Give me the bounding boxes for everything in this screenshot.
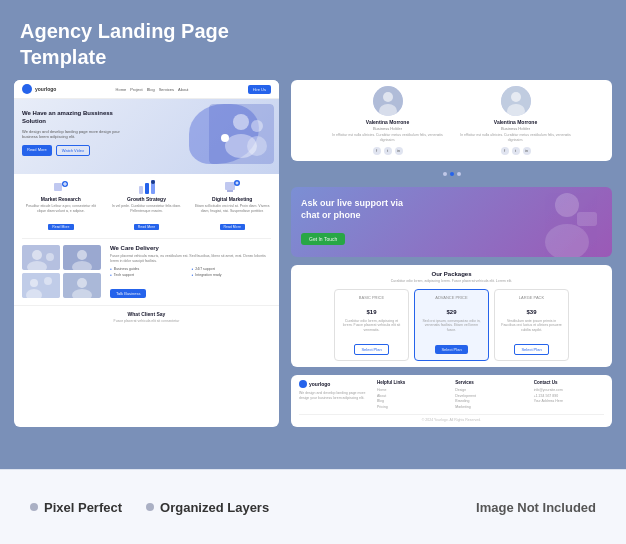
footer-col-2-item-4: Marketing bbox=[455, 405, 525, 409]
feature-2-title: Growth Strategy bbox=[108, 196, 186, 202]
main-content: yourlogo Home Project Blog Services Abou… bbox=[0, 80, 626, 437]
nav-link-project: Project bbox=[130, 87, 142, 92]
hero-image bbox=[209, 104, 274, 164]
bottom-bar: Pixel Perfect Organized Layers Image Not… bbox=[0, 469, 626, 544]
mini-logo: yourlogo bbox=[22, 84, 56, 94]
mini-hero: We Have an amazing Bussiness Solution We… bbox=[14, 99, 279, 174]
care-content: We Care Delivery Fusce placerat vehicula… bbox=[110, 245, 271, 300]
svg-point-21 bbox=[77, 250, 87, 260]
support-btn[interactable]: Get In Touch bbox=[301, 233, 345, 245]
mini-features: Market Research Posulitur eticule Lefour… bbox=[14, 174, 279, 238]
support-person-image bbox=[527, 187, 607, 257]
footer-col-2-title: Services bbox=[455, 380, 525, 385]
feature-1-link[interactable]: Read More bbox=[48, 224, 73, 230]
footer-brand-desc: We design and develop landing page more … bbox=[299, 391, 369, 402]
team-social-2: f t in bbox=[456, 147, 576, 155]
logo-text: yourlogo bbox=[35, 86, 56, 92]
team-avatar-2 bbox=[501, 86, 531, 116]
feature-3-link[interactable]: Read More bbox=[220, 224, 245, 230]
team-role-2: Business Holder bbox=[456, 126, 576, 131]
social-fb-2[interactable]: f bbox=[501, 147, 509, 155]
care-images bbox=[22, 245, 102, 300]
footer-col-3-item-3: Your Address Here bbox=[534, 399, 604, 403]
care-img-2 bbox=[63, 245, 101, 270]
team-card-1: Valentina Morrone Business Holder In eff… bbox=[328, 86, 448, 155]
svg-rect-10 bbox=[145, 183, 149, 194]
footer-col-3: Contact Us info@yoursite.com +1 234 567 … bbox=[534, 380, 604, 410]
pricing-cards: BASIC PRICE $19 Curabitur odio lorem, ad… bbox=[299, 289, 604, 362]
svg-point-37 bbox=[545, 224, 589, 257]
svg-rect-38 bbox=[577, 212, 597, 226]
care-list-4: Integration ready bbox=[192, 273, 272, 277]
team-role-1: Business Holder bbox=[328, 126, 448, 131]
not-included-note: Image Not Included bbox=[476, 500, 596, 515]
nav-cta-btn[interactable]: Hire Us bbox=[248, 85, 271, 94]
hero-primary-btn[interactable]: Read More bbox=[22, 145, 52, 156]
hero-secondary-btn[interactable]: Watch Video bbox=[56, 145, 90, 156]
svg-point-28 bbox=[77, 278, 87, 288]
organized-layers-dot bbox=[146, 503, 154, 511]
social-fb-1[interactable]: f bbox=[373, 147, 381, 155]
nav-link-services: Services bbox=[159, 87, 174, 92]
feature-3-icon bbox=[224, 180, 240, 194]
care-img-3 bbox=[22, 273, 60, 298]
care-text: Fusce placerat vehicula mauris, eu vesti… bbox=[110, 254, 271, 265]
social-in-2[interactable]: in bbox=[523, 147, 531, 155]
mini-nav-links: Home Project Blog Services About bbox=[116, 87, 189, 92]
page-title: Agency Landing Page Template bbox=[20, 18, 260, 70]
social-tw-2[interactable]: t bbox=[512, 147, 520, 155]
feature-2-icon bbox=[139, 180, 155, 194]
svg-rect-9 bbox=[139, 186, 143, 194]
footer-logo: yourlogo bbox=[299, 380, 369, 388]
nav-link-about: About bbox=[178, 87, 188, 92]
svg-point-19 bbox=[46, 253, 54, 261]
care-btn[interactable]: Talk Business bbox=[110, 289, 146, 298]
plan-btn-3[interactable]: Select Plan bbox=[514, 344, 548, 355]
dots-indicator bbox=[291, 169, 612, 179]
care-title: We Care Delivery bbox=[110, 245, 271, 251]
svg-point-36 bbox=[555, 193, 579, 217]
svg-point-31 bbox=[383, 92, 393, 102]
care-list: Business guides 24/7 support Tech suppor… bbox=[110, 267, 271, 277]
plan-btn-1[interactable]: Select Plan bbox=[354, 344, 388, 355]
pricing-subtitle: Curabitur odio lorem, adipiscing lorem. … bbox=[299, 279, 604, 283]
footer-col-1-title: Helpful Links bbox=[377, 380, 447, 385]
feature-3-text: Etiam sollicitudin orci nisl at. Proin d… bbox=[193, 204, 271, 214]
svg-point-1 bbox=[233, 114, 249, 130]
footer-col-2-item-1: Design bbox=[455, 388, 525, 392]
left-preview: yourlogo Home Project Blog Services Abou… bbox=[14, 80, 279, 427]
testimonial-title: What Client Say bbox=[22, 311, 271, 317]
footer-col-2-item-3: Branding bbox=[455, 399, 525, 403]
footer-col-3-item-2: +1 234 567 890 bbox=[534, 394, 604, 398]
footer-col-1-item-3: Blog bbox=[377, 399, 447, 403]
team-section: Valentina Morrone Business Holder In eff… bbox=[291, 80, 612, 161]
feature-2-text: In vel pede. Curabitur consectetur felis… bbox=[108, 204, 186, 214]
footer-top: yourlogo We design and develop landing p… bbox=[299, 380, 604, 410]
plan-btn-2[interactable]: Select Plan bbox=[435, 345, 467, 354]
feature-organized-layers: Organized Layers bbox=[146, 500, 269, 515]
social-tw-1[interactable]: t bbox=[384, 147, 392, 155]
feature-3: Digital Marketing Etiam sollicitudin orc… bbox=[193, 180, 271, 232]
hero-title: We Have an amazing Bussiness Solution bbox=[22, 109, 122, 126]
mini-nav: yourlogo Home Project Blog Services Abou… bbox=[14, 80, 279, 99]
pixel-perfect-label: Pixel Perfect bbox=[44, 500, 122, 515]
social-in-1[interactable]: in bbox=[395, 147, 403, 155]
features-grid: Market Research Posulitur eticule Lefour… bbox=[22, 180, 271, 232]
mini-testimonial: What Client Say Fusce placerat vehicula … bbox=[14, 305, 279, 328]
plan-name-1: BASIC PRICE bbox=[340, 295, 403, 300]
svg-point-17 bbox=[32, 250, 42, 260]
dot-1 bbox=[443, 172, 447, 176]
pricing-card-basic: BASIC PRICE $19 Curabitur odio lorem, ad… bbox=[334, 289, 409, 362]
footer-col-1-item-2: About bbox=[377, 394, 447, 398]
care-list-2: 24/7 support bbox=[192, 267, 272, 271]
footer-logo-text: yourlogo bbox=[309, 381, 330, 387]
page-header: Agency Landing Page Template bbox=[0, 0, 626, 80]
team-text-1: In efficitur est nulla ultricies. Curabi… bbox=[328, 133, 448, 144]
pixel-perfect-dot bbox=[30, 503, 38, 511]
care-list-3: Tech support bbox=[110, 273, 190, 277]
plan-name-2: ADVANCE PRICE bbox=[420, 295, 483, 300]
team-name-2: Valentina Morrone bbox=[456, 119, 576, 125]
feature-2-link[interactable]: Read More bbox=[134, 224, 159, 230]
dot-3 bbox=[457, 172, 461, 176]
nav-link-home: Home bbox=[116, 87, 127, 92]
